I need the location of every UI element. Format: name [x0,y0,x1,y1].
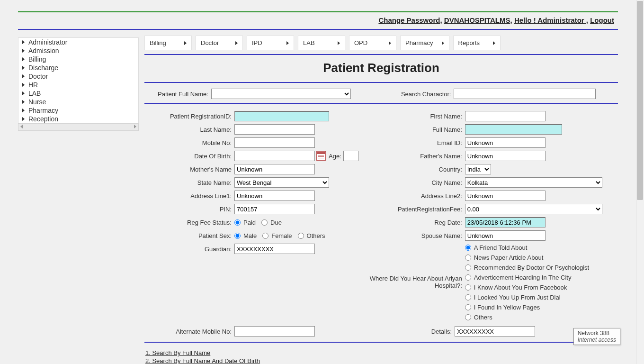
sidebar-item-nurse[interactable]: Nurse [18,98,138,106]
full-name-input[interactable] [465,124,562,135]
nav-ipd[interactable]: IPD [247,36,294,50]
age-input[interactable] [343,151,358,161]
sidebar-item-pharmacy[interactable]: Pharmacy [18,106,138,115]
hear-opt-6-radio[interactable] [465,304,471,310]
search-by-full-name-dob-link[interactable]: 2. Search By Full Name And Date Of Birth [145,357,618,364]
blue-divider-search [144,103,618,104]
dob-label: Date Of Birth: [144,153,234,160]
hear-opt-3-radio[interactable] [465,274,471,281]
spouse-input[interactable] [465,230,546,241]
hear-opt-5-radio[interactable] [465,294,471,300]
first-name-input[interactable] [465,111,546,121]
hear-opt-label: Recommended By Doctor Or Psychologist [471,264,592,271]
blue-divider-title [144,82,618,83]
nav-label: Pharmacy [405,39,433,46]
fee-paid-radio[interactable] [234,219,241,226]
mobile-label: Mobile No: [144,139,234,146]
nav-opd[interactable]: OPD [349,36,396,50]
hear-opt-4-radio[interactable] [465,284,471,291]
hear-opt-0-radio[interactable] [465,245,471,251]
logout-link[interactable]: Logout [590,16,614,24]
last-name-input[interactable] [234,124,315,135]
country-select[interactable]: India [465,164,491,174]
nav-label: LAB [303,39,315,46]
nav-billing[interactable]: Billing [144,36,192,50]
hear-options: A Friend Told About News Paper Article A… [465,243,592,321]
search-by-full-name-link[interactable]: 1. Search By Full Name [145,349,618,356]
sex-female-radio[interactable] [262,233,268,239]
sidebar-item-billing[interactable]: Billing [18,55,138,64]
reg-fee-select[interactable]: 0.00 [465,204,602,214]
alt-mobile-label: Alternate Mobile No: [144,328,234,335]
hear-label: Where Did You Hear About Ariyan Hospital… [358,275,465,289]
sidebar-item-reception[interactable]: Reception [18,115,138,123]
sidebar-item-discharge[interactable]: Discharge [18,64,138,72]
reg-date-input[interactable] [465,217,546,228]
father-label: Father's Name: [358,153,465,160]
city-label: City Name: [358,179,465,186]
sidebar-item-label: Administrator [28,38,67,46]
greeting-link[interactable]: Hello ! Administrator [514,16,586,24]
nav-lab[interactable]: LAB [298,36,345,50]
chevron-right-icon [493,41,495,45]
blue-divider-top [18,29,618,30]
sex-others-radio[interactable] [298,233,304,239]
hear-opt-label: Others [471,314,495,321]
sidebar-item-administrator[interactable]: Administrator [18,38,138,46]
chevron-right-icon [235,41,238,45]
dob-input[interactable] [234,151,315,161]
nav-label: IPD [252,39,262,46]
mobile-input[interactable] [234,137,315,148]
country-label: Country: [358,166,465,173]
reg-id-input[interactable] [234,111,329,121]
sidebar-item-label: Reception [28,115,58,123]
scrollbar-thumb[interactable] [637,1,643,200]
details-input[interactable] [455,326,535,337]
pin-input[interactable] [234,204,315,214]
father-input[interactable] [465,151,546,161]
hear-opt-1-radio[interactable] [465,255,471,261]
hear-opt-7-radio[interactable] [465,314,471,320]
addr1-label: Address Line1: [144,192,234,200]
reg-id-label: Patient RegistrationID: [144,113,234,120]
sidebar-item-lab[interactable]: LAB [18,89,138,98]
state-select[interactable]: West Bengal [234,177,329,188]
city-select[interactable]: Kolkata [465,177,602,188]
alt-mobile-input[interactable] [234,326,315,337]
search-character-input[interactable] [454,89,596,99]
chevron-right-icon [22,91,25,95]
guardian-label: Guardian: [144,246,234,253]
spouse-label: Spouse Name: [358,232,465,239]
mother-input[interactable] [234,164,315,174]
patient-full-name-select[interactable] [211,89,351,99]
sidebar-item-label: Nurse [28,98,46,106]
nav-reports[interactable]: Reports [453,36,501,50]
sidebar-item-doctor[interactable]: Doctor [18,72,138,81]
nav-pharmacy[interactable]: Pharmacy [400,36,449,50]
change-password-link[interactable]: Change Password [378,16,440,24]
email-input[interactable] [465,137,546,148]
nav-label: OPD [354,39,367,46]
fee-due-radio[interactable] [261,219,268,226]
guardian-input[interactable] [234,244,315,254]
sex-male-radio[interactable] [234,233,241,239]
hear-opt-2-radio[interactable] [465,264,471,271]
addr2-input[interactable] [465,191,546,201]
sidebar-horizontal-scrollbar[interactable] [18,123,139,131]
reg-date-label: Reg Date: [358,219,465,226]
sidebar-item-label: Billing [28,55,46,63]
sex-others-label: Others [306,232,329,239]
site-name-link[interactable]: DVNAHOSPITALMS [444,16,510,24]
sidebar-item-hr[interactable]: HR [18,81,138,89]
tooltip-line1: Network 388 [578,330,616,337]
fee-status-label: Reg Fee Status: [144,219,234,226]
vertical-scrollbar[interactable] [636,0,644,364]
addr1-input[interactable] [234,191,315,201]
hear-opt-label: I Know About You From Facebook [471,284,570,291]
fee-paid-label: Paid [242,219,259,226]
sidebar-item-admission[interactable]: Admission [18,46,138,55]
footer-links: 1. Search By Full Name 2. Search By Full… [144,347,618,364]
chevron-left-icon [20,125,23,128]
calendar-icon[interactable] [316,151,326,161]
nav-doctor[interactable]: Doctor [196,36,243,50]
